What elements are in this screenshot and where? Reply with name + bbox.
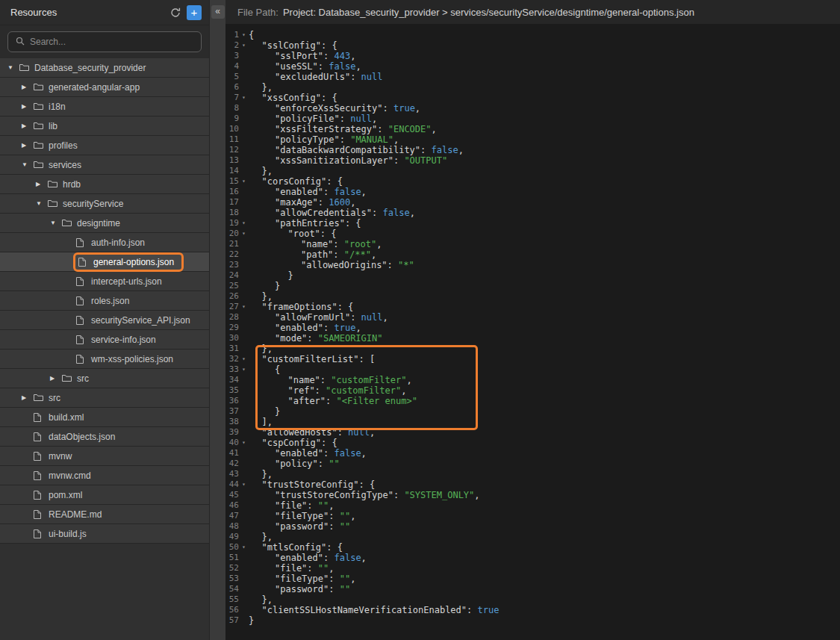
tree-item-pom.xml[interactable]: pom.xml bbox=[0, 485, 209, 505]
tree-item-ui-build.js[interactable]: ui-build.js bbox=[0, 524, 209, 544]
code-line[interactable]: 48"password": "" bbox=[225, 521, 840, 532]
code-line[interactable]: 19▾"pathEntries": { bbox=[225, 218, 840, 229]
code-line[interactable]: 7▾"xssConfig": { bbox=[225, 93, 840, 103]
code-line[interactable]: 36"after": "<Filter enum>" bbox=[225, 396, 840, 406]
code-line[interactable]: 4"useSSL": false, bbox=[225, 61, 840, 72]
chevron-icon[interactable]: ▼ bbox=[36, 200, 48, 207]
code-line[interactable]: 10"xssFilterStrategy": "ENCODE", bbox=[225, 124, 840, 134]
code-line[interactable]: 37} bbox=[225, 406, 840, 417]
collapse-panel-icon[interactable]: « bbox=[211, 5, 225, 19]
code-line[interactable]: 53"fileType": "", bbox=[225, 574, 840, 584]
fold-toggle-icon[interactable]: ▾ bbox=[239, 40, 249, 51]
chevron-icon[interactable]: ▼ bbox=[7, 64, 19, 71]
chevron-icon[interactable]: ▶ bbox=[36, 181, 48, 187]
code-line[interactable]: 21"name": "root", bbox=[225, 239, 840, 249]
code-line[interactable]: 42"policy": "" bbox=[225, 459, 840, 469]
code-line[interactable]: 39"allowedHosts": null, bbox=[225, 427, 840, 438]
chevron-icon[interactable]: ▼ bbox=[50, 220, 62, 226]
code-line[interactable]: 54"password": "" bbox=[225, 584, 840, 594]
code-line[interactable]: 38], bbox=[225, 417, 840, 427]
fold-toggle-icon[interactable]: ▾ bbox=[239, 479, 249, 490]
code-line[interactable]: 49}, bbox=[225, 532, 840, 542]
tree-item-profiles[interactable]: ▶profiles bbox=[0, 136, 209, 155]
tree-item-dataObjects.json[interactable]: dataObjects.json bbox=[0, 427, 209, 447]
tree-item-src[interactable]: ▶src bbox=[0, 388, 209, 408]
fold-toggle-icon[interactable]: ▾ bbox=[239, 93, 249, 103]
code-line[interactable]: 35"ref": "customFilter", bbox=[225, 385, 840, 396]
tree-item-mvnw.cmd[interactable]: mvnw.cmd bbox=[0, 466, 209, 485]
code-line[interactable]: 27▾"frameOptions": { bbox=[225, 302, 840, 312]
code-line[interactable]: 8"enforceXssSecurity": true, bbox=[225, 103, 840, 114]
tree-item-securityService[interactable]: ▼securityService bbox=[0, 194, 209, 214]
code-line[interactable]: 15▾"corsConfig": { bbox=[225, 176, 840, 187]
code-line[interactable]: 33▾{ bbox=[225, 364, 840, 375]
chevron-icon[interactable]: ▶ bbox=[22, 84, 34, 90]
code-line[interactable]: 9"policyFile": null, bbox=[225, 114, 840, 124]
code-line[interactable]: 20▾"root": { bbox=[225, 229, 840, 239]
tree-item-wm-xss-policies.json[interactable]: wm-xss-policies.json bbox=[0, 349, 209, 369]
code-line[interactable]: 14}, bbox=[225, 166, 840, 176]
code-line[interactable]: 3"sslPort": 443, bbox=[225, 51, 840, 61]
code-line[interactable]: 25} bbox=[225, 281, 840, 291]
chevron-icon[interactable]: ▶ bbox=[22, 394, 34, 401]
code-line[interactable]: 50▾"mtlsConfig": { bbox=[225, 542, 840, 553]
code-line[interactable]: 34"name": "customFilter", bbox=[225, 375, 840, 385]
code-line[interactable]: 40▾"cspConfig": { bbox=[225, 438, 840, 448]
fold-toggle-icon[interactable]: ▾ bbox=[239, 542, 249, 553]
code-line[interactable]: 43}, bbox=[225, 469, 840, 479]
tree-item-intercept-urls.json[interactable]: intercept-urls.json bbox=[0, 272, 209, 291]
code-line[interactable]: 24} bbox=[225, 270, 840, 281]
tree-item-i18n[interactable]: ▶i18n bbox=[0, 97, 209, 116]
code-editor[interactable]: 1▾{2▾"sslConfig": {3"sslPort": 443,4"use… bbox=[225, 24, 840, 626]
tree-item-auth-info.json[interactable]: auth-info.json bbox=[0, 233, 209, 252]
tree-item-README.md[interactable]: README.md bbox=[0, 505, 209, 524]
tree-item-securityService_API.json[interactable]: securityService_API.json bbox=[0, 311, 209, 330]
tree-item-mvnw[interactable]: mvnw bbox=[0, 447, 209, 466]
code-line[interactable]: 13"xssSanitizationLayer": "OUTPUT" bbox=[225, 155, 840, 166]
code-line[interactable]: 44▾"trustStoreConfig": { bbox=[225, 479, 840, 490]
chevron-icon[interactable]: ▶ bbox=[22, 122, 34, 129]
code-line[interactable]: 2▾"sslConfig": { bbox=[225, 40, 840, 51]
add-button[interactable]: + bbox=[187, 5, 202, 20]
code-line[interactable]: 28"allowFromUrl": null, bbox=[225, 312, 840, 323]
tree-item-roles.json[interactable]: roles.json bbox=[0, 291, 209, 311]
tree-item-designtime[interactable]: ▼designtime bbox=[0, 214, 209, 233]
tree-item-src[interactable]: ▶src bbox=[0, 369, 209, 388]
code-line[interactable]: 16"enabled": false, bbox=[225, 187, 840, 197]
tree-item-lib[interactable]: ▶lib bbox=[0, 116, 209, 136]
code-line[interactable]: 6}, bbox=[225, 82, 840, 93]
fold-toggle-icon[interactable]: ▾ bbox=[239, 354, 249, 364]
chevron-icon[interactable]: ▼ bbox=[22, 161, 34, 168]
code-line[interactable]: 1▾{ bbox=[225, 30, 840, 40]
code-line[interactable]: 23"allowedOrigins": "*" bbox=[225, 260, 840, 270]
code-line[interactable]: 45"trustStoreConfigType": "SYSTEM_ONLY", bbox=[225, 490, 840, 500]
fold-toggle-icon[interactable]: ▾ bbox=[239, 302, 249, 312]
tree-item-services[interactable]: ▼services bbox=[0, 155, 209, 175]
fold-toggle-icon[interactable]: ▾ bbox=[239, 364, 249, 375]
refresh-icon[interactable] bbox=[170, 7, 181, 18]
search-input[interactable] bbox=[30, 37, 193, 47]
code-line[interactable]: 57} bbox=[225, 615, 840, 626]
search-box[interactable] bbox=[7, 31, 202, 52]
fold-toggle-icon[interactable]: ▾ bbox=[239, 438, 249, 448]
code-line[interactable]: 31}, bbox=[225, 344, 840, 354]
code-line[interactable]: 12"dataBackwardCompatibility": false, bbox=[225, 145, 840, 155]
chevron-icon[interactable]: ▶ bbox=[22, 103, 34, 110]
tree-item-build.xml[interactable]: build.xml bbox=[0, 408, 209, 427]
code-line[interactable]: 32▾"customFilterList": [ bbox=[225, 354, 840, 364]
tree-item-Database_security_provider[interactable]: ▼Database_security_provider bbox=[0, 58, 209, 78]
tree-item-service-info.json[interactable]: service-info.json bbox=[0, 330, 209, 349]
code-line[interactable]: 11"policyType": "MANUAL", bbox=[225, 134, 840, 145]
code-line[interactable]: 52"file": "", bbox=[225, 563, 840, 574]
tree-item-generated-angular-app[interactable]: ▶generated-angular-app bbox=[0, 78, 209, 97]
code-line[interactable]: 18"allowCredentials": false, bbox=[225, 208, 840, 218]
code-line[interactable]: 29"enabled": true, bbox=[225, 323, 840, 333]
code-line[interactable]: 22"path": "/**", bbox=[225, 249, 840, 260]
code-line[interactable]: 55}, bbox=[225, 594, 840, 605]
code-line[interactable]: 26}, bbox=[225, 291, 840, 302]
tree-item-general-options.json[interactable]: general-options.json bbox=[0, 252, 209, 272]
fold-toggle-icon[interactable]: ▾ bbox=[239, 218, 249, 229]
code-line[interactable]: 51"enabled": false, bbox=[225, 553, 840, 563]
tree-item-hrdb[interactable]: ▶hrdb bbox=[0, 175, 209, 194]
chevron-icon[interactable]: ▶ bbox=[50, 375, 62, 382]
